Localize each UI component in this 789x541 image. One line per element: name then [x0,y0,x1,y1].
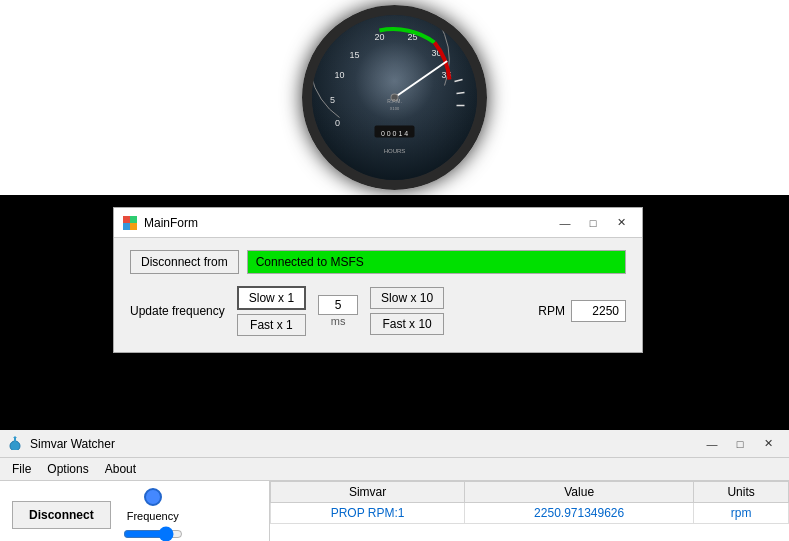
ms-value-input[interactable] [318,295,358,315]
slow-x1-button[interactable]: Slow x 1 [237,286,306,310]
menu-about[interactable]: About [97,460,144,478]
close-button[interactable]: ✕ [608,213,634,233]
maximize-button[interactable]: □ [580,213,606,233]
svg-line-3 [457,93,465,94]
simvar-watcher-window: Simvar Watcher — □ ✕ File Options About … [0,430,789,541]
sw-data-table: Simvar Value Units PROP RPM:1 2250.97134… [270,481,789,541]
gauge-svg: 15 20 25 30 35 10 5 0 [312,15,477,180]
menu-file[interactable]: File [4,460,39,478]
title-bar-controls: — □ ✕ [552,213,634,233]
table-body: PROP RPM:1 2250.971349626 rpm [271,503,789,524]
right-freq-buttons: Slow x 10 Fast x 10 [370,287,444,335]
table-header: Simvar Value Units [271,482,789,503]
svg-text:R.P.M.: R.P.M. [387,98,402,104]
sw-main-content: Disconnect Frequency Simvar Value Units [0,481,789,541]
fast-x10-button[interactable]: Fast x 10 [370,313,444,335]
top-area: 15 20 25 30 35 10 5 0 [0,0,789,195]
rpm-label: RPM [538,304,565,318]
title-bar: MainForm — □ ✕ [114,208,642,238]
fast-x1-button[interactable]: Fast x 1 [237,314,306,336]
simvar-table: Simvar Value Units PROP RPM:1 2250.97134… [270,481,789,524]
col-units: Units [694,482,789,503]
menu-options[interactable]: Options [39,460,96,478]
minimize-button[interactable]: — [552,213,578,233]
cell-simvar[interactable]: PROP RPM:1 [271,503,465,524]
svg-rect-24 [130,223,137,230]
frequency-indicator-label: Frequency [127,510,179,522]
left-freq-buttons: Slow x 1 Fast x 1 [237,286,306,336]
svg-text:20: 20 [374,32,384,42]
form-title: MainForm [144,216,552,230]
slow-x10-button[interactable]: Slow x 10 [370,287,444,309]
svg-text:5: 5 [330,95,335,105]
update-frequency-label: Update frequency [130,304,225,318]
sw-close-button[interactable]: ✕ [755,434,781,454]
gauge-container: 15 20 25 30 35 10 5 0 [302,5,487,190]
svg-rect-21 [123,216,130,223]
svg-rect-22 [130,216,137,223]
col-simvar: Simvar [271,482,465,503]
ms-label: ms [331,315,346,327]
svg-text:HOURS: HOURS [384,148,406,154]
status-display: Connected to MSFS [247,250,626,274]
sw-title-controls: — □ ✕ [699,434,781,454]
sw-left-panel: Disconnect Frequency [0,481,270,541]
sw-disconnect-button[interactable]: Disconnect [12,501,111,529]
svg-text:0: 0 [335,118,340,128]
svg-rect-23 [123,223,130,230]
connect-row: Disconnect from Connected to MSFS [130,250,626,274]
cell-value: 2250.971349626 [465,503,694,524]
frequency-indicator: Frequency [123,488,183,541]
main-form: MainForm — □ ✕ Disconnect from Connected… [113,207,643,353]
app-icon [122,215,138,231]
sw-title-text: Simvar Watcher [30,437,699,451]
cell-units: rpm [694,503,789,524]
sw-menu-bar: File Options About [0,458,789,481]
svg-text:X100: X100 [390,106,400,111]
sw-minimize-button[interactable]: — [699,434,725,454]
sw-title-bar: Simvar Watcher — □ ✕ [0,430,789,458]
disconnect-from-button[interactable]: Disconnect from [130,250,239,274]
svg-text:10: 10 [334,70,344,80]
ms-input-group: ms [318,295,358,327]
svg-text:0 0 0 1 4: 0 0 0 1 4 [381,130,408,137]
svg-marker-26 [13,436,17,438]
frequency-slider[interactable] [123,526,183,541]
form-content: Disconnect from Connected to MSFS Update… [114,238,642,352]
col-value: Value [465,482,694,503]
frequency-row: Update frequency Slow x 1 Fast x 1 ms Sl… [130,286,626,336]
svg-rect-27 [14,438,16,443]
svg-text:15: 15 [349,50,359,60]
sw-maximize-button[interactable]: □ [727,434,753,454]
frequency-dot [144,488,162,506]
table-row: PROP RPM:1 2250.971349626 rpm [271,503,789,524]
rpm-value-input[interactable] [571,300,626,322]
rpm-section: RPM [538,300,626,322]
gauge-circle: 15 20 25 30 35 10 5 0 [302,5,487,190]
sw-app-icon [8,436,24,452]
